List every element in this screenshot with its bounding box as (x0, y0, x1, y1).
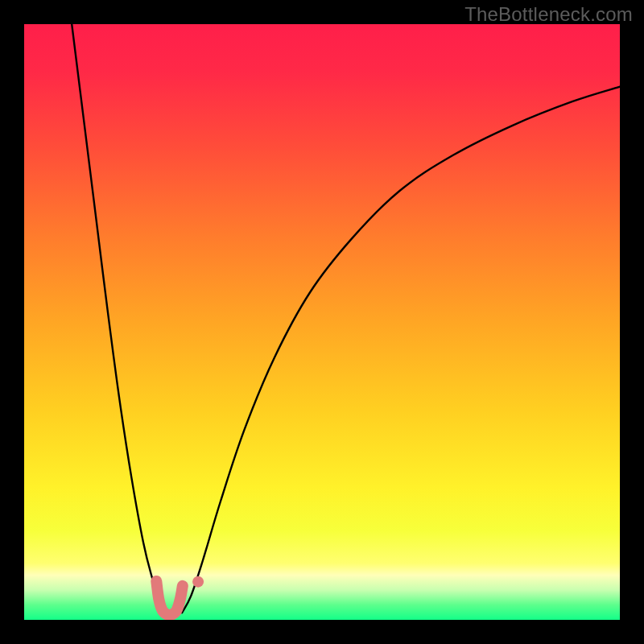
watermark-text: TheBottleneck.com (464, 3, 633, 26)
curve-layer (24, 24, 620, 620)
curve-left-branch (72, 24, 166, 613)
curve-right-branch (182, 87, 620, 613)
plot-area (24, 24, 620, 620)
chart-frame: TheBottleneck.com (0, 0, 644, 644)
highlight-valley (156, 581, 183, 615)
highlight-dot (192, 576, 204, 588)
